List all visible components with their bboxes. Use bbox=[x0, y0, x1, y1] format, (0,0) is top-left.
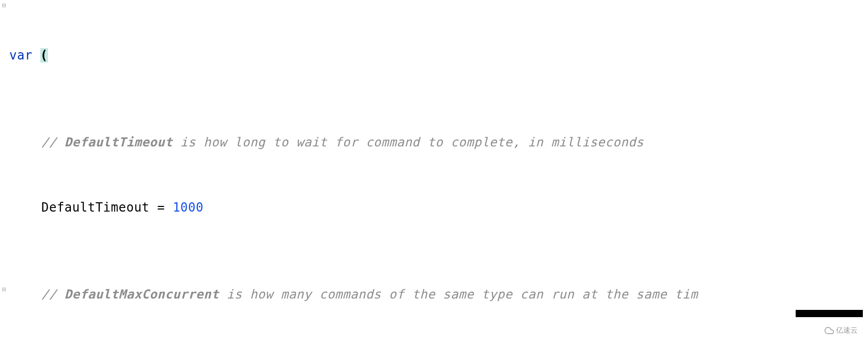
code-line-assign: DefaultTimeout = 1000 bbox=[9, 197, 868, 218]
fold-marker-bottom[interactable]: ⊟ bbox=[2, 287, 7, 292]
identifier: DefaultTimeout bbox=[41, 200, 149, 215]
watermark-text: 亿速云 bbox=[836, 326, 858, 335]
code-editor[interactable]: var ( // DefaultTimeout is how long to w… bbox=[0, 0, 868, 343]
keyword-var: var bbox=[9, 48, 33, 63]
code-line-var: var ( bbox=[9, 44, 868, 66]
cloud-icon bbox=[825, 326, 834, 335]
code-line-comment: // DefaultMaxConcurrent is how many comm… bbox=[9, 284, 868, 305]
fold-marker-top[interactable]: ⊟ bbox=[2, 3, 7, 8]
open-paren: ( bbox=[40, 48, 48, 63]
editor-gutter: ⊟ ⊟ bbox=[0, 0, 8, 343]
code-line-comment: // DefaultTimeout is how long to wait fo… bbox=[9, 131, 868, 153]
horizontal-scrollbar-thumb[interactable] bbox=[796, 310, 863, 317]
number-literal: 1000 bbox=[173, 200, 204, 215]
watermark: 亿速云 bbox=[825, 326, 858, 335]
